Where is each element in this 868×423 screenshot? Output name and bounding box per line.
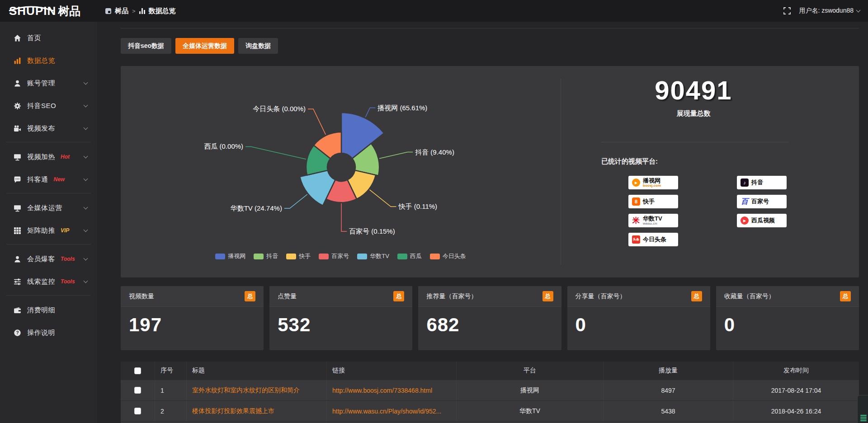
sidebar-item-label: 首页: [27, 34, 41, 42]
chat-icon: [14, 176, 21, 183]
chevron-down-icon: [84, 176, 88, 181]
total-badge[interactable]: 总: [840, 291, 851, 301]
breadcrumb-root[interactable]: 树品: [115, 7, 128, 15]
sidebar-item[interactable]: 抖音SEO: [0, 97, 97, 115]
stat-card-title: 推荐量（百家号）: [426, 292, 477, 301]
total-badge[interactable]: 总: [245, 291, 255, 301]
pie-label-line: [245, 146, 306, 159]
sidebar-item[interactable]: 消费明细: [0, 301, 97, 319]
grid-icon: [14, 227, 21, 235]
total-badge[interactable]: 总: [542, 291, 553, 301]
sidebar-item-label: 会员爆客: [27, 255, 55, 263]
stat-card: 分享量（百家号） 总 0: [567, 286, 710, 350]
platform-logo-icon: [632, 197, 640, 206]
username-label: 用户名: zswodun88: [799, 7, 854, 15]
row-checkbox[interactable]: [134, 408, 141, 414]
chart-panel: 播视网 (65.61%)抖音 (9.40%)快手 (0.11%)百家号 (0.1…: [121, 66, 859, 277]
legend-item[interactable]: 西瓜: [397, 252, 422, 260]
data-tab[interactable]: 询盘数据: [238, 38, 278, 54]
column-header: 标题: [187, 362, 327, 380]
legend-item[interactable]: 百家号: [319, 252, 349, 260]
total-impressions-value: 90491: [561, 75, 826, 105]
sidebar-item-tag: New: [54, 176, 65, 183]
platform-name: 华数TV: [643, 216, 662, 222]
pie-label: 今日头条 (0.00%): [253, 105, 306, 113]
select-all-checkbox[interactable]: [134, 367, 141, 374]
sidebar-item[interactable]: ? 操作说明: [0, 324, 97, 342]
platform-name: 快手: [643, 198, 655, 205]
legend-item[interactable]: 快手: [286, 252, 311, 260]
sidebar-item-label: 视频发布: [27, 124, 55, 133]
breadcrumb-current[interactable]: 数据总览: [149, 7, 176, 15]
platform-logo-icon: [741, 179, 749, 187]
stat-card-title: 视频数量: [129, 292, 154, 301]
legend-item[interactable]: 华数TV: [357, 252, 389, 260]
chevron-down-icon: [84, 278, 88, 283]
fullscreen-icon[interactable]: [783, 7, 791, 14]
sidebar-item[interactable]: 账号管理: [0, 74, 97, 92]
home-icon: [14, 34, 21, 42]
total-badge[interactable]: 总: [393, 291, 404, 301]
table-row: 2 楼体投影灯投影效果震撼上市 http://www.wasu.cn/Play/…: [121, 400, 859, 421]
platform-logo-icon: [632, 235, 640, 244]
stat-card-title: 点赞量: [278, 292, 297, 301]
sidebar-item[interactable]: 首页: [0, 29, 97, 47]
legend-item[interactable]: 抖音: [254, 252, 278, 260]
platform-cell: 播视网: [457, 380, 604, 400]
platform-badge[interactable]: 华数TV wasu.cn: [628, 214, 678, 227]
svg-text:?: ?: [16, 330, 19, 335]
chevron-down-icon: [856, 8, 861, 12]
platform-badge[interactable]: 播视网 boosj.com: [628, 176, 678, 189]
platforms-label: 已统计的视频平台:: [601, 157, 854, 166]
data-tab[interactable]: 全媒体运营数据: [175, 38, 234, 54]
platform-badge[interactable]: 今日头条: [628, 233, 678, 246]
legend-label: 西瓜: [410, 252, 422, 260]
pie-label-line: [370, 190, 396, 207]
platform-logo-icon: [741, 216, 749, 225]
total-badge[interactable]: 总: [691, 291, 702, 301]
platform-name: 今日头条: [643, 236, 666, 243]
platform-badge[interactable]: 西瓜视频: [737, 214, 787, 227]
sidebar-item[interactable]: 视频加热 Hot: [0, 148, 97, 166]
sidebar-divider: [6, 193, 91, 193]
sidebar-item[interactable]: 数据总览: [0, 52, 97, 70]
video-title-link[interactable]: 楼体投影灯投影效果震撼上市: [192, 407, 274, 415]
column-header: 播放量: [604, 362, 733, 380]
sidebar-item[interactable]: 矩阵助推 VIP: [0, 221, 97, 240]
sidebar-item[interactable]: 会员爆客 Tools: [0, 250, 97, 268]
legend-item[interactable]: 播视网: [215, 252, 245, 260]
sidebar-item-tag: Hot: [61, 154, 70, 160]
legend-item[interactable]: 今日头条: [430, 252, 466, 260]
pie-label-line: [284, 194, 307, 208]
sidebar-item[interactable]: 视频发布: [0, 119, 97, 137]
chevron-down-icon: [84, 80, 88, 85]
sidebar-item[interactable]: 全媒体运营: [0, 199, 97, 217]
sidebar-item[interactable]: 线索监控 Tools: [0, 273, 97, 291]
column-header: 链接: [327, 362, 457, 380]
video-title-link[interactable]: 室外水纹灯和室内水纹灯的区别和简介: [192, 386, 300, 395]
chevron-down-icon: [84, 205, 88, 209]
sidebar-item[interactable]: 抖客通 New: [0, 170, 97, 188]
camera-icon: [14, 125, 21, 132]
user-menu[interactable]: 用户名: zswodun88: [799, 7, 860, 15]
platform-badge[interactable]: 快手: [628, 195, 678, 208]
total-impressions-label: 展现量总数: [561, 109, 826, 118]
data-tab[interactable]: 抖音seo数据: [121, 38, 171, 54]
sliders-icon: [14, 278, 21, 286]
platform-badge[interactable]: 抖音: [737, 176, 787, 189]
chevron-down-icon: [84, 256, 88, 260]
question-icon: ?: [14, 329, 21, 337]
table-row-partial: [121, 421, 859, 423]
platform-name: 播视网: [643, 178, 661, 184]
pie-label-line: [379, 152, 413, 159]
app-logo: SHUPIN 树品: [0, 5, 97, 17]
platform-column-1: 播视网 boosj.com 快手: [628, 176, 678, 246]
video-url-link[interactable]: http://www.boosj.com/7338468.html: [332, 387, 432, 394]
bar-chart-icon: [139, 8, 145, 14]
sidebar-item-label: 抖客通: [27, 175, 48, 184]
video-url-link[interactable]: http://www.wasu.cn/Play/show/id/952...: [332, 408, 441, 415]
platform-badge[interactable]: 百家号: [737, 195, 787, 208]
floating-widget[interactable]: [857, 395, 868, 423]
platform-name: 百家号: [751, 198, 769, 205]
row-checkbox[interactable]: [134, 387, 141, 394]
